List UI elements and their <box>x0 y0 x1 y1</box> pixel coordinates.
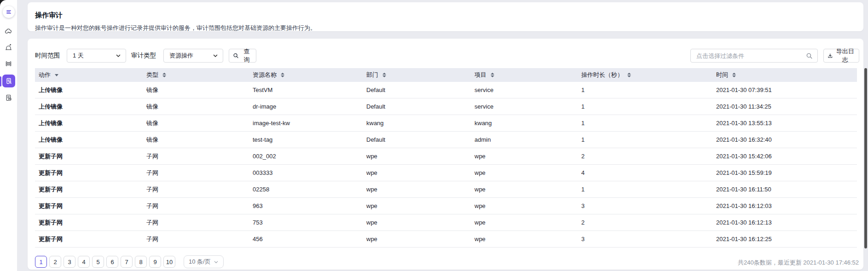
audit-type-select[interactable]: 资源操作 <box>163 49 223 63</box>
table-row[interactable]: 更新子网子网003333wpewpe42021-01-30 15:59:19 <box>35 165 857 181</box>
search-icon[interactable] <box>806 52 813 59</box>
table-cell: 2021-01-30 16:11:50 <box>712 181 857 198</box>
sort-icon[interactable] <box>281 73 284 77</box>
column-header[interactable]: 操作时长（秒） <box>578 68 712 82</box>
audit-table: 动作类型资源名称部门项目操作时长（秒）时间 上传镜像镜像TestVMDefaul… <box>35 68 857 248</box>
table-cell: 更新子网 <box>35 198 143 214</box>
table-cell: image-test-kw <box>249 115 363 132</box>
table-cell: 963 <box>249 198 363 214</box>
column-header[interactable]: 部门 <box>363 68 471 82</box>
table-row[interactable]: 更新子网子网02258wpewpe12021-01-30 16:11:50 <box>35 181 857 198</box>
table-cell: 上传镜像 <box>35 82 143 98</box>
alarm-icon <box>4 43 13 52</box>
page-button-2[interactable]: 2 <box>49 256 61 268</box>
sidebar <box>0 0 17 271</box>
table-row[interactable]: 更新子网子网963wpewpe32021-01-30 16:12:03 <box>35 198 857 214</box>
table-row[interactable]: 更新子网子网753wpewpe22021-01-30 16:12:13 <box>35 214 857 231</box>
table-cell: Default <box>363 98 471 115</box>
sort-icon[interactable] <box>627 73 631 77</box>
column-header[interactable]: 资源名称 <box>249 68 363 82</box>
image-repo-icon <box>4 59 13 68</box>
table-cell: 上传镜像 <box>35 115 143 132</box>
sidebar-item-cloud[interactable] <box>2 25 15 38</box>
page-button-8[interactable]: 8 <box>135 256 147 268</box>
page: 操作审计 操作审计是一种对您的账号操作进行记录并提供审计的服务，审计范围包括您对… <box>0 0 868 271</box>
table-cell: admin <box>471 132 578 148</box>
sort-icon[interactable] <box>382 73 386 77</box>
table-row[interactable]: 上传镜像镜像TestVMDefaultservice12021-01-30 07… <box>35 82 857 98</box>
page-button-4[interactable]: 4 <box>78 256 90 268</box>
page-button-9[interactable]: 9 <box>149 256 161 268</box>
column-label: 部门 <box>366 71 378 79</box>
table-row[interactable]: 更新子网子网002_002wpewpe22021-01-30 15:42:06 <box>35 148 857 165</box>
filter-condition-input[interactable] <box>691 49 806 62</box>
table-row[interactable]: 上传镜像镜像image-test-kwkwangkwang12021-01-30… <box>35 115 857 132</box>
page-button-7[interactable]: 7 <box>121 256 133 268</box>
page-button-5[interactable]: 5 <box>92 256 104 268</box>
page-buttons: 12345678910 <box>35 256 175 268</box>
page-button-3[interactable]: 3 <box>64 256 75 268</box>
page-size-select[interactable]: 10 条/页 <box>184 255 224 268</box>
audit-type-label: 审计类型 <box>131 49 156 63</box>
table-cell: wpe <box>363 198 471 214</box>
column-header[interactable]: 类型 <box>143 68 249 82</box>
table-cell: wpe <box>363 214 471 231</box>
table-cell: 2 <box>578 214 712 231</box>
table-cell: 镜像 <box>143 82 249 98</box>
sort-icon[interactable] <box>491 73 494 77</box>
sidebar-item-history[interactable] <box>2 91 15 104</box>
table-cell: 更新子网 <box>35 148 143 165</box>
pagination: 12345678910 10 条/页 <box>35 255 224 268</box>
table-cell: wpe <box>471 165 578 181</box>
filter-bar: 时间范围 1 天 审计类型 资源操作 查询 <box>28 49 863 63</box>
sidebar-menu-button[interactable] <box>3 6 15 18</box>
table-row[interactable]: 更新子网子网456wpewpe32021-01-30 16:12:25 <box>35 231 857 248</box>
table-cell: kwang <box>471 115 578 132</box>
record-count-status: 共240条数据，最近更新 2021-01-30 17:46:52 <box>738 259 859 267</box>
table-cell: wpe <box>471 198 578 214</box>
table-cell: 更新子网 <box>35 165 143 181</box>
audit-type-value: 资源操作 <box>169 52 193 60</box>
table-cell: 镜像 <box>143 115 249 132</box>
table-cell: 2021-01-30 15:59:19 <box>712 165 857 181</box>
sidebar-item-alarm[interactable] <box>2 41 15 54</box>
chevron-down-icon <box>213 53 218 58</box>
table-cell: 456 <box>249 231 363 248</box>
sort-icon[interactable] <box>732 73 736 77</box>
column-header[interactable]: 时间 <box>712 68 857 82</box>
cloud-image-icon <box>4 27 13 36</box>
table-cell: dr-image <box>249 98 363 115</box>
time-range-select[interactable]: 1 天 <box>67 49 126 63</box>
table-cell: 镜像 <box>143 98 249 115</box>
table-cell: 更新子网 <box>35 214 143 231</box>
page-button-6[interactable]: 6 <box>106 256 118 268</box>
column-header[interactable]: 动作 <box>35 68 143 82</box>
sidebar-item-images[interactable] <box>2 57 15 70</box>
export-button-label: 导出日志 <box>835 47 855 64</box>
table-row[interactable]: 上传镜像镜像dr-imageDefaultservice12021-01-30 … <box>35 98 857 115</box>
table-cell: 1 <box>578 132 712 148</box>
page-button-1[interactable]: 1 <box>35 256 47 268</box>
table-cell: 002_002 <box>249 148 363 165</box>
sort-desc-icon[interactable] <box>55 74 58 76</box>
sidebar-item-audit[interactable] <box>2 75 15 87</box>
column-header[interactable]: 项目 <box>471 68 578 82</box>
page-button-10[interactable]: 10 <box>163 256 175 268</box>
column-label: 操作时长（秒） <box>581 71 623 79</box>
table-cell: Default <box>363 132 471 148</box>
column-label: 类型 <box>146 71 158 79</box>
table-cell: 2021-01-30 16:12:03 <box>712 198 857 214</box>
table-cell: wpe <box>471 231 578 248</box>
vertical-scrollbar[interactable] <box>864 68 867 248</box>
column-label: 资源名称 <box>253 71 277 79</box>
table-cell: service <box>471 98 578 115</box>
query-button[interactable]: 查询 <box>229 49 256 63</box>
table-cell: 4 <box>578 165 712 181</box>
export-logs-button[interactable]: 导出日志 <box>823 49 859 63</box>
sidebar-active-indicator <box>0 76 1 86</box>
table-cell: 子网 <box>143 165 249 181</box>
table-cell: 3 <box>578 231 712 248</box>
table-row[interactable]: 上传镜像镜像test-tagDefaultadmin12021-01-30 16… <box>35 132 857 148</box>
table-cell: 子网 <box>143 148 249 165</box>
sort-icon[interactable] <box>162 73 166 77</box>
